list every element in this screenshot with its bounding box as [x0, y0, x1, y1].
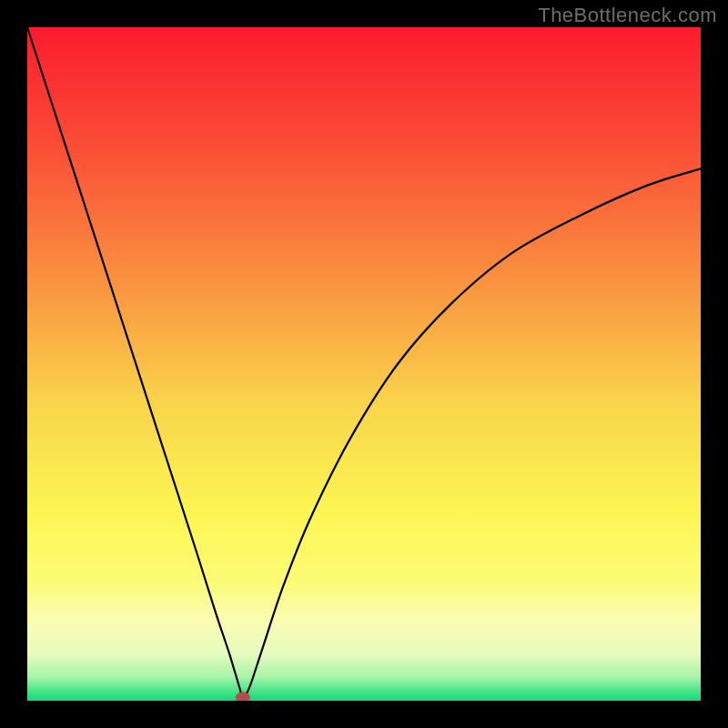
chart-frame: TheBottleneck.com — [0, 0, 728, 728]
gradient-background — [27, 27, 701, 701]
watermark-text: TheBottleneck.com — [538, 4, 717, 27]
plot-area — [27, 27, 701, 701]
chart-svg — [27, 27, 701, 701]
